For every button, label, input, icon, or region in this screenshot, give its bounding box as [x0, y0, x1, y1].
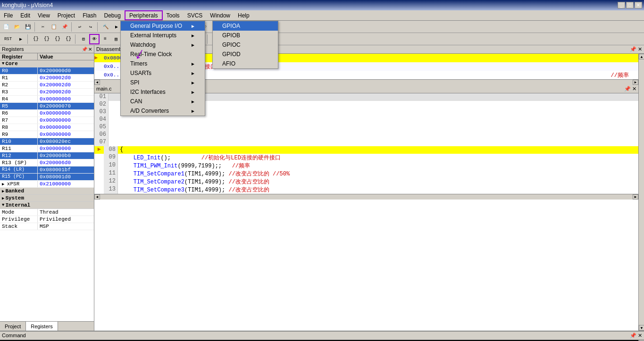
table-row[interactable]: Stack MSP — [0, 223, 94, 230]
submenu-gpiod[interactable]: GPIOD — [213, 50, 278, 59]
table-row[interactable]: R13 (SP) 0x200006d0 — [0, 159, 94, 166]
table-row[interactable]: Mode Thread — [0, 209, 94, 216]
table-row[interactable]: R7 0x00000000 — [0, 117, 94, 124]
tb2-b1[interactable]: {} — [31, 34, 41, 44]
tb-copy[interactable]: 📋 — [49, 22, 59, 32]
disasm-arrow: ► — [94, 55, 104, 61]
source-scroll-left[interactable]: ◄ — [94, 194, 100, 200]
menu-svcs[interactable]: SVCS — [184, 10, 207, 20]
tb-build[interactable]: 🔨 — [100, 22, 111, 32]
registers-title: Registers — [2, 46, 24, 52]
menu-item-rtc[interactable]: Real-Time Clock — [121, 50, 205, 59]
tb2-watch[interactable]: 👁 — [89, 34, 100, 44]
reg-name: Mode — [0, 209, 38, 216]
reg-val-r0: 0x200000d0 — [38, 67, 94, 74]
table-row[interactable]: ▶ xPSR 0x21000000 — [0, 181, 94, 188]
menu-edit[interactable]: Edit — [17, 10, 34, 20]
tb2-mem[interactable]: ⊞ — [78, 34, 89, 44]
tb-new[interactable]: 📄 — [1, 22, 11, 32]
close-button[interactable]: ✕ — [635, 2, 642, 8]
table-row[interactable]: R6 0x00000000 — [0, 110, 94, 117]
menu-item-spi[interactable]: SPI ► — [121, 78, 205, 87]
panel-close-icon[interactable]: ✕ — [88, 47, 92, 52]
h-scroll-right[interactable]: ► — [633, 80, 638, 85]
table-row[interactable]: R3 0x200002d0 — [0, 89, 94, 96]
tb2-rst[interactable]: RST — [1, 34, 15, 44]
cmd-pin-icon[interactable]: 📌 — [630, 333, 636, 338]
v-scroll-up[interactable]: ▲ — [639, 54, 644, 59]
menu-window[interactable]: Window — [206, 10, 234, 20]
submenu-afio[interactable]: AFIO — [213, 59, 278, 68]
tb2-c4[interactable]: ▤ — [111, 34, 121, 44]
command-title: Command — [2, 333, 26, 339]
source-h-scroll[interactable]: ◄ ► — [94, 194, 638, 200]
menu-item-ext-int[interactable]: External Interrupts ► — [121, 31, 205, 40]
tab-project[interactable]: Project — [0, 322, 26, 331]
table-row[interactable]: R2 0x200002d0 — [0, 82, 94, 89]
tb-paste[interactable]: 📌 — [59, 22, 70, 32]
tb-undo[interactable]: ↩ — [75, 22, 85, 32]
menu-tools[interactable]: Tools — [163, 10, 184, 20]
table-row[interactable]: R0 0x200000d0 — [0, 67, 94, 75]
tb-save[interactable]: 💾 — [23, 22, 33, 32]
panel-icons: 📌 ✕ — [82, 47, 92, 52]
table-row[interactable]: R10 0x080020ec — [0, 138, 94, 145]
table-row[interactable]: R14 (LR) 0x080001bf — [0, 166, 94, 174]
table-row[interactable]: R4 0x00000000 — [0, 96, 94, 103]
expand-icon: ▼ — [2, 61, 4, 66]
menu-item-gpio[interactable]: General Purpose I/O ► — [121, 21, 205, 31]
menu-item-can[interactable]: CAN ► — [121, 97, 205, 106]
submenu-gpiob[interactable]: GPIOB — [213, 31, 278, 40]
menu-item-timers[interactable]: Timers ► — [121, 59, 205, 68]
menu-item-i2c[interactable]: I2C Interfaces ► — [121, 87, 205, 97]
tb2-b2[interactable]: {} — [42, 34, 52, 44]
table-row[interactable]: R1 0x200002d0 — [0, 75, 94, 82]
tb2-c3[interactable]: ≡ — [100, 34, 110, 44]
tb-cut[interactable]: ✂ — [38, 22, 48, 32]
submenu-gpioa[interactable]: GPIOA — [213, 21, 278, 31]
minimize-button[interactable]: _ — [618, 2, 625, 8]
menu-flash[interactable]: Flash — [79, 10, 100, 20]
v-scroll-down[interactable]: ▼ — [639, 325, 644, 331]
registers-panel: Registers 📌 ✕ Register Value ▼ Core R0 0… — [0, 45, 94, 331]
table-row[interactable]: R11 0x00000000 — [0, 145, 94, 152]
submenu-gpioc[interactable]: GPIOC — [213, 40, 278, 50]
reg-group-banked[interactable]: ▶ Banked — [0, 188, 94, 195]
h-scroll-left[interactable]: ◄ — [94, 80, 100, 85]
disasm-close-icon[interactable]: ✕ — [638, 46, 642, 52]
disasm-v-scroll[interactable]: ▲ ▼ — [638, 54, 644, 331]
disasm-pin-icon[interactable]: 📌 — [630, 46, 636, 52]
tab-registers[interactable]: Registers — [26, 322, 58, 331]
menu-help[interactable]: Help — [234, 10, 253, 20]
table-row[interactable]: R5 0x20000070 — [0, 103, 94, 110]
menu-project[interactable]: Project — [54, 10, 79, 20]
menu-item-adc[interactable]: A/D Converters ► — [121, 106, 205, 116]
panel-pin-icon[interactable]: 📌 — [82, 47, 87, 52]
table-row[interactable]: R12 0x200000b0 — [0, 152, 94, 159]
tb2-run[interactable]: ▶ — [16, 34, 26, 44]
table-row[interactable]: R8 0x00000000 — [0, 124, 94, 131]
menu-item-watchdog[interactable]: Watchdog ► — [121, 40, 205, 50]
tb2-b3[interactable]: {} — [52, 34, 63, 44]
reg-group-system[interactable]: ▶ System — [0, 195, 94, 202]
menu-view[interactable]: View — [34, 10, 54, 20]
code-line: 07 — [94, 139, 638, 146]
maximize-button[interactable]: □ — [626, 2, 634, 8]
table-row[interactable]: Privilege Privileged — [0, 216, 94, 223]
cmd-close-icon[interactable]: ✕ — [638, 333, 642, 338]
tb-open[interactable]: 📂 — [12, 22, 22, 32]
table-row[interactable]: R9 0x00000000 — [0, 131, 94, 138]
source-scroll-right[interactable]: ► — [633, 194, 638, 200]
gpio-arrow-icon: ► — [191, 24, 195, 29]
menu-item-usarts[interactable]: USARTs ► — [121, 68, 205, 78]
tb-redo[interactable]: ↪ — [85, 22, 96, 32]
reg-group-internal[interactable]: ▼ Internal — [0, 202, 94, 209]
table-row[interactable]: R15 (PC) 0x080001d0 — [0, 174, 94, 181]
tb2-b4[interactable]: {} — [63, 34, 74, 44]
menu-debug[interactable]: Debug — [100, 10, 125, 20]
menu-peripherals[interactable]: Peripherals — [125, 10, 163, 20]
reg-group-core[interactable]: ▼ Core — [0, 60, 94, 67]
i2c-label: I2C Interfaces — [130, 89, 166, 95]
reg-name: R5 — [0, 103, 38, 109]
menu-file[interactable]: File — [0, 10, 17, 20]
